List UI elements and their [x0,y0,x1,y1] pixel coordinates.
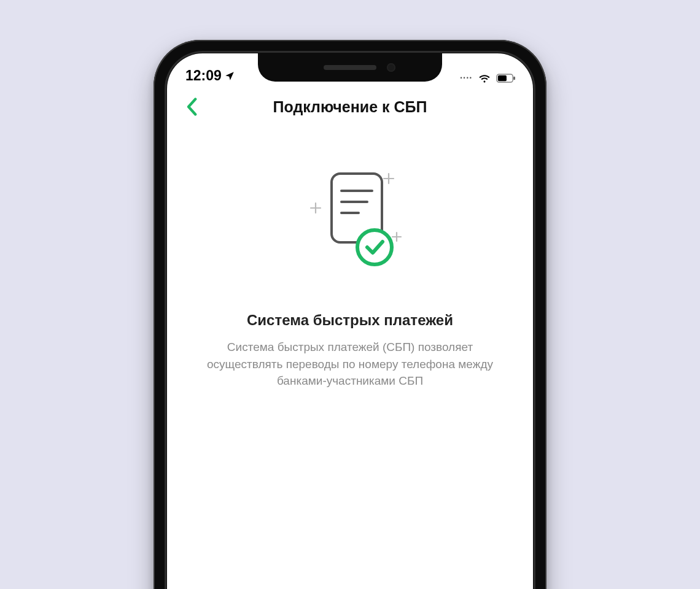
notch [258,53,442,82]
document-check-icon [289,169,411,282]
status-time: 12:09 [185,67,222,84]
cellular-icon: •••• [460,75,473,81]
wifi-icon [478,73,491,83]
nav-title: Подключение к СБП [273,98,427,116]
back-button[interactable] [181,96,203,118]
content-description: Система быстрых платежей (СБП) позволяет… [200,339,500,390]
phone-frame: 12:09 •••• [154,40,546,589]
location-arrow-icon [224,71,235,82]
front-camera [387,63,395,72]
content: Система быстрых платежей Система быстрых… [167,126,533,390]
speaker-grille [324,65,376,70]
status-time-area: 12:09 [185,67,235,84]
status-icons: •••• [460,73,516,84]
content-headline: Система быстрых платежей [196,312,504,329]
screen: 12:09 •••• [167,53,533,589]
chevron-left-icon [186,98,197,116]
svg-rect-1 [498,75,507,80]
svg-rect-2 [513,76,515,80]
svg-point-13 [357,230,392,264]
illustration [196,169,504,282]
phone-bezel: 12:09 •••• [165,51,535,589]
battery-icon [496,74,516,83]
nav-bar: Подключение к СБП [167,88,533,126]
